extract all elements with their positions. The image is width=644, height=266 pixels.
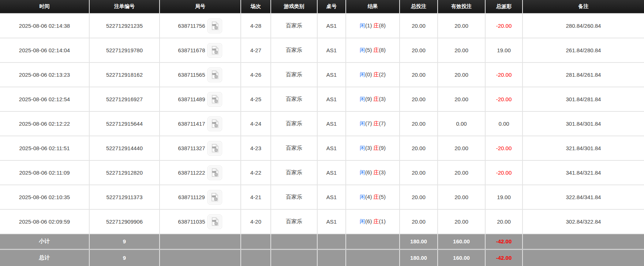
col-header-remark: 备注 [523, 0, 644, 14]
result-banker-score: (1) [379, 218, 386, 224]
video-replay-button[interactable] [207, 214, 222, 229]
result-banker-score: (9) [379, 145, 386, 151]
video-replay-button[interactable] [207, 166, 222, 180]
cell-remark: 322.84/341.84 [523, 185, 644, 209]
subtotal-label: 小计 [0, 234, 89, 249]
grand-total-count: 9 [89, 249, 160, 266]
cell-total-bet: 20.00 [400, 38, 438, 62]
video-replay-button[interactable] [207, 68, 222, 82]
bet-record-row: 2025-08-06 02:09:59 522712909906 6387110… [0, 209, 644, 234]
subtotal-empty-round [160, 234, 241, 249]
cell-total-bet: 20.00 [400, 62, 438, 87]
video-replay-button[interactable] [207, 190, 222, 205]
result-player-label: 闲 [360, 47, 365, 53]
result-banker-score: (3) [379, 169, 386, 175]
result-player-score: (3) [365, 145, 372, 151]
cell-table-no: AS1 [317, 209, 346, 234]
result-player-label: 闲 [360, 96, 365, 102]
cell-session: 4-25 [241, 87, 271, 111]
cell-round: 638711222 [160, 160, 241, 185]
result-banker-score: (8) [379, 47, 386, 53]
cell-payout: 19.00 [485, 185, 523, 209]
video-replay-button[interactable] [207, 117, 222, 131]
video-replay-button[interactable] [207, 141, 222, 156]
cell-game-type: 百家乐 [271, 136, 317, 160]
cell-valid-bet: 20.00 [438, 87, 485, 111]
video-replay-button[interactable] [207, 92, 222, 107]
cell-round-id: 638711327 [178, 145, 205, 151]
col-header-valid-bet: 有效投注 [438, 0, 485, 14]
result-player-label: 闲 [360, 145, 365, 151]
result-player-label: 闲 [360, 194, 365, 200]
cell-bet-id: 522712912820 [89, 160, 160, 185]
cell-remark: 281.84/261.84 [523, 62, 644, 87]
bet-record-row: 2025-08-06 02:11:09 522712912820 6387112… [0, 160, 644, 185]
cell-payout: -20.00 [485, 87, 523, 111]
cell-time: 2025-08-06 02:12:22 [0, 111, 89, 136]
cell-result: 闲(1) 庄(8) [346, 14, 400, 38]
bet-record-row: 2025-08-06 02:14:38 522712921235 6387117… [0, 14, 644, 38]
video-replay-icon [210, 21, 220, 31]
cell-bet-id: 522712915644 [89, 111, 160, 136]
result-banker-score: (8) [379, 22, 386, 28]
result-player-score: (6) [365, 169, 372, 175]
cell-result: 闲(3) 庄(9) [346, 136, 400, 160]
bet-record-row: 2025-08-06 02:13:23 522712918162 6387115… [0, 62, 644, 87]
cell-total-bet: 20.00 [400, 111, 438, 136]
cell-bet-id: 522712914440 [89, 136, 160, 160]
cell-time: 2025-08-06 02:09:59 [0, 209, 89, 234]
grand-total-total-bet: 180.00 [400, 249, 438, 266]
cell-remark: 302.84/322.84 [523, 209, 644, 234]
cell-session: 4-24 [241, 111, 271, 136]
result-player-label: 闲 [360, 120, 365, 126]
video-replay-button[interactable] [207, 19, 222, 33]
cell-table-no: AS1 [317, 111, 346, 136]
cell-bet-id: 522712916927 [89, 87, 160, 111]
video-replay-icon [210, 217, 220, 227]
cell-session: 4-20 [241, 209, 271, 234]
col-header-round-id: 局号 [160, 0, 241, 14]
subtotal-valid-bet: 160.00 [438, 234, 485, 249]
cell-session: 4-26 [241, 62, 271, 87]
result-banker-label: 庄 [374, 96, 379, 102]
col-header-time: 时间 [0, 0, 89, 14]
video-replay-button[interactable] [207, 43, 222, 58]
grand-total-empty-round [160, 249, 241, 266]
result-banker-label: 庄 [374, 71, 379, 77]
col-header-payout: 总派彩 [485, 0, 523, 14]
bet-record-row: 2025-08-06 02:11:51 522712914440 6387113… [0, 136, 644, 160]
cell-session: 4-21 [241, 185, 271, 209]
cell-round-id: 638711222 [178, 170, 205, 176]
cell-remark: 301.84/301.84 [523, 111, 644, 136]
cell-time: 2025-08-06 02:14:04 [0, 38, 89, 62]
cell-valid-bet: 20.00 [438, 185, 485, 209]
cell-payout: -20.00 [485, 160, 523, 185]
cell-table-no: AS1 [317, 136, 346, 160]
cell-round-id: 638711035 [178, 218, 205, 225]
grand-total-empty-game [271, 249, 317, 266]
cell-time: 2025-08-06 02:13:23 [0, 62, 89, 87]
result-banker-label: 庄 [374, 145, 379, 151]
bet-record-row: 2025-08-06 02:10:35 522712911373 6387111… [0, 185, 644, 209]
result-banker-label: 庄 [374, 120, 379, 126]
cell-round-id: 638711417 [178, 121, 205, 127]
cell-game-type: 百家乐 [271, 38, 317, 62]
grand-total-empty-session [241, 249, 271, 266]
video-replay-icon [210, 192, 220, 202]
video-replay-icon [210, 45, 220, 55]
grand-total-empty-table [317, 249, 346, 266]
result-banker-label: 庄 [374, 47, 379, 53]
cell-time: 2025-08-06 02:14:38 [0, 14, 89, 38]
cell-valid-bet: 20.00 [438, 136, 485, 160]
cell-total-bet: 20.00 [400, 160, 438, 185]
cell-time: 2025-08-06 02:11:51 [0, 136, 89, 160]
cell-valid-bet: 20.00 [438, 160, 485, 185]
cell-payout: -20.00 [485, 62, 523, 87]
result-player-label: 闲 [360, 169, 365, 175]
result-player-label: 闲 [360, 71, 365, 77]
bet-record-row: 2025-08-06 02:12:22 522712915644 6387114… [0, 111, 644, 136]
result-banker-score: (7) [379, 120, 386, 126]
cell-result: 闲(5) 庄(8) [346, 38, 400, 62]
cell-bet-id: 522712918162 [89, 62, 160, 87]
result-player-score: (9) [365, 96, 372, 102]
